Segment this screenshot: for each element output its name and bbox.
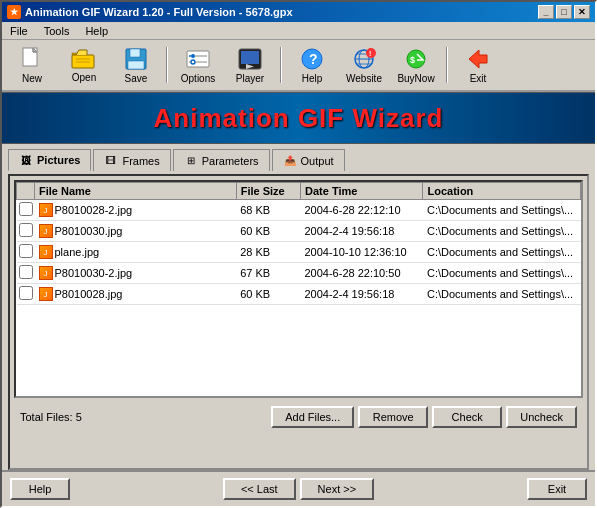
nav-center-buttons: << Last Next >> <box>223 478 374 500</box>
svg-point-12 <box>191 54 195 58</box>
app-icon: ★ <box>7 5 21 19</box>
toolbar-website-button[interactable]: ! Website <box>340 44 388 86</box>
parameters-tab-icon: ⊞ <box>184 154 198 168</box>
row-checkbox[interactable] <box>19 202 33 216</box>
table-header-row: File Name File Size Date Time Location <box>17 183 581 200</box>
filename-text: plane.jpg <box>55 246 100 258</box>
remove-button[interactable]: Remove <box>358 406 428 428</box>
row-datetime: 2004-2-4 19:56:18 <box>300 221 423 242</box>
menu-tools[interactable]: Tools <box>40 24 74 38</box>
toolbar-buynow-button[interactable]: $ BuyNow <box>392 44 440 86</box>
minimize-button[interactable]: _ <box>538 5 554 19</box>
tab-parameters[interactable]: ⊞ Parameters <box>173 149 270 171</box>
toolbar-options-button[interactable]: Options <box>174 44 222 86</box>
toolbar: New Open Save <box>2 40 595 92</box>
check-button[interactable]: Check <box>432 406 502 428</box>
filename-text: P8010030-2.jpg <box>55 267 133 279</box>
svg-rect-10 <box>128 61 144 69</box>
window-title: Animation GIF Wizard 1.20 - Full Version… <box>25 6 293 18</box>
close-button[interactable]: ✕ <box>574 5 590 19</box>
website-icon: ! <box>350 47 378 71</box>
checkbox-col-header <box>17 183 35 200</box>
menu-file[interactable]: File <box>6 24 32 38</box>
row-location: C:\Documents and Settings\... <box>423 284 581 305</box>
row-datetime: 2004-2-4 19:56:18 <box>300 284 423 305</box>
next-button[interactable]: Next >> <box>300 478 375 500</box>
output-tab-icon: 📤 <box>283 154 297 168</box>
toolbar-separator-1 <box>166 47 168 83</box>
banner: Animation GIF Wizard <box>2 92 595 144</box>
svg-rect-19 <box>241 51 259 64</box>
filename-col-header[interactable]: File Name <box>35 183 237 200</box>
options-icon <box>184 47 212 71</box>
location-col-header[interactable]: Location <box>423 183 581 200</box>
table-row: J P8010028.jpg 60 KB 2004-2-4 19:56:18 C… <box>17 284 581 305</box>
frames-tab-icon: 🎞 <box>104 154 118 168</box>
toolbar-separator-3 <box>446 47 448 83</box>
content-wrapper: File Name File Size Date Time Location J… <box>2 170 595 470</box>
filename-text: P8010028.jpg <box>55 288 123 300</box>
tab-output[interactable]: 📤 Output <box>272 149 345 171</box>
row-filesize: 68 KB <box>236 200 300 221</box>
row-checkbox-cell[interactable] <box>17 263 35 284</box>
file-icon: J <box>39 224 53 238</box>
svg-text:$: $ <box>410 55 415 65</box>
table-row: J P8010030-2.jpg 67 KB 2004-6-28 22:10:5… <box>17 263 581 284</box>
toolbar-save-button[interactable]: Save <box>112 44 160 86</box>
last-button[interactable]: << Last <box>223 478 296 500</box>
exit-nav-button[interactable]: Exit <box>527 478 587 500</box>
tabs-area: 🖼 Pictures 🎞 Frames ⊞ Parameters 📤 Outpu… <box>2 144 595 170</box>
row-location: C:\Documents and Settings\... <box>423 221 581 242</box>
action-buttons: Add Files... Remove Check Uncheck <box>271 406 577 428</box>
row-filename: J P8010028.jpg <box>35 284 237 305</box>
nav-bar: Help << Last Next >> Exit <box>2 470 595 506</box>
pictures-tab-icon: 🖼 <box>19 153 33 167</box>
tab-pictures[interactable]: 🖼 Pictures <box>8 149 91 171</box>
total-files-label: Total Files: 5 <box>20 411 82 423</box>
table-row: J P8010030.jpg 60 KB 2004-2-4 19:56:18 C… <box>17 221 581 242</box>
row-checkbox[interactable] <box>19 244 33 258</box>
row-checkbox-cell[interactable] <box>17 284 35 305</box>
title-bar: ★ Animation GIF Wizard 1.20 - Full Versi… <box>2 2 595 22</box>
toolbar-help-button[interactable]: ? Help <box>288 44 336 86</box>
tab-frames[interactable]: 🎞 Frames <box>93 149 170 171</box>
toolbar-new-button[interactable]: New <box>8 44 56 86</box>
filename-text: P8010030.jpg <box>55 225 123 237</box>
svg-rect-11 <box>187 51 209 67</box>
toolbar-website-label: Website <box>346 73 382 84</box>
svg-rect-5 <box>72 55 94 68</box>
maximize-button[interactable]: □ <box>556 5 572 19</box>
uncheck-button[interactable]: Uncheck <box>506 406 577 428</box>
help-nav-button[interactable]: Help <box>10 478 70 500</box>
toolbar-open-button[interactable]: Open <box>60 44 108 86</box>
filesize-col-header[interactable]: File Size <box>236 183 300 200</box>
toolbar-exit-button[interactable]: Exit <box>454 44 502 86</box>
file-icon: J <box>39 245 53 259</box>
row-filesize: 67 KB <box>236 263 300 284</box>
buynow-icon: $ <box>402 47 430 71</box>
toolbar-open-label: Open <box>72 72 96 83</box>
row-checkbox[interactable] <box>19 286 33 300</box>
menu-help[interactable]: Help <box>81 24 112 38</box>
row-checkbox-cell[interactable] <box>17 200 35 221</box>
file-list-container[interactable]: File Name File Size Date Time Location J… <box>14 180 583 398</box>
cell-name-container: J plane.jpg <box>39 245 233 259</box>
tab-output-label: Output <box>301 155 334 167</box>
row-datetime: 2004-6-28 22:10:50 <box>300 263 423 284</box>
toolbar-player-button[interactable]: Player <box>226 44 274 86</box>
row-checkbox[interactable] <box>19 223 33 237</box>
open-icon <box>70 47 98 70</box>
player-icon <box>236 47 264 71</box>
save-icon <box>122 47 150 71</box>
row-checkbox[interactable] <box>19 265 33 279</box>
row-location: C:\Documents and Settings\... <box>423 242 581 263</box>
file-icon: J <box>39 287 53 301</box>
row-checkbox-cell[interactable] <box>17 242 35 263</box>
new-icon <box>18 47 46 71</box>
row-filename: J plane.jpg <box>35 242 237 263</box>
file-table-body: J P8010028-2.jpg 68 KB 2004-6-28 22:12:1… <box>17 200 581 305</box>
filename-text: P8010028-2.jpg <box>55 204 133 216</box>
datetime-col-header[interactable]: Date Time <box>300 183 423 200</box>
row-checkbox-cell[interactable] <box>17 221 35 242</box>
add-files-button[interactable]: Add Files... <box>271 406 354 428</box>
